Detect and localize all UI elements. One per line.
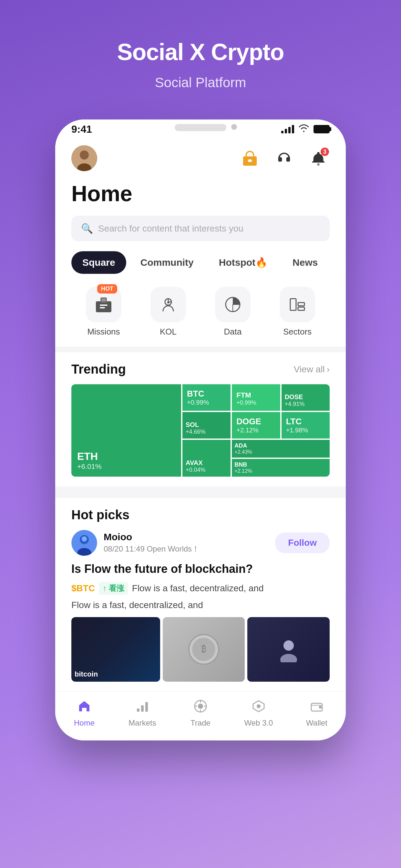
status-time: 9:41 [71,123,92,135]
icon-kol[interactable]: KOL [136,287,201,337]
avatar[interactable] [71,145,97,171]
hero-subtitle: Social Platform [155,75,246,90]
post-author-name: Moioo [104,531,199,542]
post-image-person[interactable] [247,617,330,682]
section-divider-1 [55,346,346,352]
store-button[interactable] [239,147,261,169]
app-header: 3 Home 🔍 Search for content that interes… [55,139,346,346]
battery-icon [313,125,330,133]
treemap-ada[interactable]: ADA +2.43% [232,440,330,458]
svg-rect-15 [298,303,305,306]
post-author-info: Moioo 08/20 11:49 Open Worlds！ [104,531,199,554]
treemap-ltc[interactable]: LTC +1.98% [281,412,330,438]
icon-sectors[interactable]: Sectors [265,287,330,337]
hot-picks-section: Hot picks Moioo [55,498,346,691]
tab-community[interactable]: Community [129,251,205,274]
post-tags: $BTC ↑ 看涨 Flow is a fast, decentralized,… [71,582,330,595]
nav-markets-label: Markets [128,718,156,727]
nav-trade[interactable]: Trade [172,700,229,727]
svg-point-24 [283,640,294,651]
svg-rect-8 [100,307,105,308]
trending-header: Trending View all › [71,362,330,376]
section-divider-2 [55,486,346,492]
post-header: Moioo 08/20 11:49 Open Worlds！ Follow [71,530,330,556]
notch-pill [175,124,226,131]
nav-web3[interactable]: Web 3.0 [229,700,288,727]
signal-bar-3 [288,127,290,133]
home-icon [78,700,91,716]
post-image-coin[interactable]: ₿ [163,617,245,682]
post-text-inline: Flow is a fast, decentralized, and [132,582,264,595]
post-image-bitcoin[interactable]: bitcoin [71,617,160,682]
phone-frame: 9:41 [55,120,346,740]
svg-rect-28 [145,702,148,712]
treemap-sol[interactable]: SOL +4.66% [182,412,230,438]
treemap-btc[interactable]: BTC +0.99% [182,384,230,411]
follow-button[interactable]: Follow [275,532,330,553]
tag-arrow[interactable]: ↑ 看涨 [99,582,128,595]
nav-wallet-label: Wallet [306,718,328,727]
svg-rect-4 [248,159,252,162]
data-icon [215,287,251,322]
search-bar[interactable]: 🔍 Search for content that interests you [71,216,330,241]
wallet-icon [310,700,323,716]
svg-point-1 [80,151,89,159]
app-content: 3 Home 🔍 Search for content that interes… [55,139,346,740]
svg-text:₿: ₿ [202,644,206,654]
eth-pct: +6.01% [77,462,101,471]
treemap-dose[interactable]: DOSE +4.91% [281,384,330,411]
treemap-ftm[interactable]: FTM +0.99% [232,384,280,411]
search-placeholder: Search for content that interests you [98,223,243,234]
treemap-bnb[interactable]: BNB +2.12% [232,459,330,476]
icon-data[interactable]: Data [201,287,265,337]
tabs-row: Square Community Hotspot🔥 News [71,241,330,280]
treemap-avax[interactable]: AVAX +0.04% [182,440,230,476]
nav-home[interactable]: Home [55,700,113,727]
svg-rect-14 [290,299,296,310]
tab-square[interactable]: Square [71,251,126,274]
treemap: ETH +6.01% BTC +0.99% FTM +0.99% [71,384,330,476]
view-all-button[interactable]: View all › [294,364,330,375]
nav-home-label: Home [74,718,95,727]
support-button[interactable] [273,147,296,169]
avatar-image [71,145,97,171]
treemap-eth[interactable]: ETH +6.01% [71,384,181,476]
signal-bar-2 [285,129,287,133]
status-bar: 9:41 [55,120,346,139]
sectors-icon [280,287,315,322]
web3-icon [252,700,266,716]
svg-rect-27 [141,705,144,712]
search-icon: 🔍 [81,223,93,234]
svg-rect-6 [96,301,112,312]
app-header-top: 3 [71,145,330,178]
post-author: Moioo 08/20 11:49 Open Worlds！ [71,530,199,556]
hot-badge: HOT [97,284,117,293]
tag-btc[interactable]: $BTC [71,583,95,593]
post-avatar[interactable] [71,530,97,556]
svg-rect-10 [102,299,105,301]
nav-trade-label: Trade [190,718,211,727]
svg-point-25 [280,654,297,662]
trending-section: Trending View all › ETH +6.01% BTC [55,352,346,486]
nav-wallet[interactable]: Wallet [288,700,346,727]
hot-picks-title: Hot picks [71,507,330,522]
treemap-doge[interactable]: DOGE +2.12% [232,412,280,438]
treemap-right-col: ADA +2.43% BNB +2.12% [232,440,330,476]
svg-point-5 [317,163,320,166]
status-icons [281,124,330,135]
notch-dot [231,124,237,130]
tab-news[interactable]: News [281,251,329,274]
trade-icon [194,700,207,716]
missions-label: Missions [87,327,120,337]
bitcoin-label: bitcoin [74,670,98,678]
signal-bar-1 [281,131,283,133]
post-images: bitcoin ₿ [71,617,330,682]
notification-button[interactable]: 3 [307,147,330,169]
svg-point-20 [82,536,87,541]
icon-missions[interactable]: HOT Missions [71,287,136,337]
kol-label: KOL [160,327,177,337]
tab-hotspot[interactable]: Hotspot🔥 [208,251,278,274]
nav-markets[interactable]: Markets [113,700,172,727]
signal-bars [281,125,294,133]
bottom-nav: Home Markets [55,691,346,740]
